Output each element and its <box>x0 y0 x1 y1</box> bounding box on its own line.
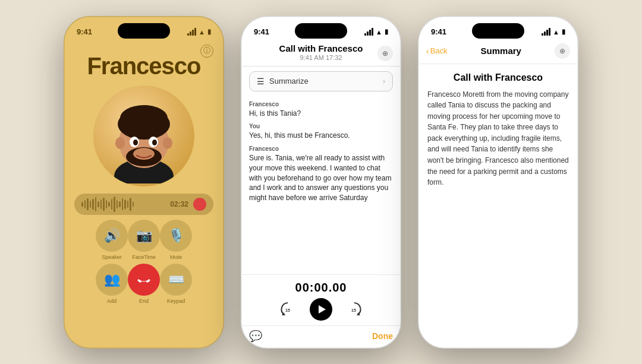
play-icon <box>319 305 326 314</box>
transcript-header: Call with Francesco 9:41 AM 17:32 ⊕ <box>241 42 401 67</box>
mute-button[interactable]: 🎙️ Mute <box>160 220 192 260</box>
wave-bar <box>127 201 129 208</box>
summary-options-button[interactable]: ⊕ <box>555 43 570 59</box>
wave-bar <box>119 201 121 207</box>
phone-summary-screen: 9:41 ▲ ▮ ‹ Back Summary ⊕ Call with Fran… <box>418 16 578 349</box>
battery-icon-summary: ▮ <box>562 28 565 36</box>
record-button[interactable] <box>193 198 206 211</box>
wave-bar <box>133 202 134 207</box>
sb2-s <box>544 31 546 36</box>
done-button[interactable]: Done <box>372 331 393 341</box>
battery-icon-transcript: ▮ <box>385 28 388 36</box>
add-icon-circle: 👥 <box>96 264 128 296</box>
skip-back-button[interactable]: 15 <box>279 300 297 318</box>
skip-forward-button[interactable]: 15 <box>345 300 363 318</box>
end-call-icon <box>128 264 160 296</box>
back-label: Back <box>430 46 448 55</box>
signal-bar-1 <box>187 33 189 36</box>
wave-bar <box>100 200 102 209</box>
sb3 <box>369 30 371 36</box>
wifi-icon-call: ▲ <box>199 29 205 36</box>
svg-point-4 <box>120 105 168 131</box>
mute-label: Mute <box>170 254 182 260</box>
speaker-button[interactable]: 🔊 Speaker <box>96 220 128 260</box>
dynamic-island <box>118 23 170 39</box>
status-icons-summary: ▲ ▮ <box>542 28 565 36</box>
speech-bubble-icon: 💬 <box>249 330 262 343</box>
back-chevron-icon: ‹ <box>426 46 429 56</box>
status-icons-call: ▲ ▮ <box>187 28 211 36</box>
memoji-svg <box>108 88 180 183</box>
svg-point-9 <box>133 140 138 145</box>
speaker-icon-circle: 🔊 <box>96 220 128 252</box>
wave-bar <box>103 198 105 211</box>
signal-bars-summary <box>542 28 550 36</box>
waveform-bar: 02:32 <box>74 194 213 215</box>
signal-bars-transcript <box>364 28 373 36</box>
wave-bar <box>81 202 83 207</box>
status-time-transcript: 9:41 <box>254 27 269 36</box>
playback-controls: 15 15 <box>279 298 363 321</box>
end-call-button[interactable]: End <box>128 264 160 304</box>
sb2 <box>367 31 369 36</box>
wifi-icon-summary: ▲ <box>553 29 559 36</box>
wave-bar <box>108 202 110 207</box>
summary-content: Call with Francesco Francesco Moretti fr… <box>418 64 578 349</box>
skip-back-icon: 15 <box>280 302 295 317</box>
wave-bar <box>114 197 115 212</box>
wifi-icon-transcript: ▲ <box>376 29 382 36</box>
status-time-call: 9:41 <box>77 27 92 36</box>
signal-bar-2 <box>190 31 191 36</box>
mute-icon-circle: 🎙️ <box>160 220 192 252</box>
sb1 <box>364 33 366 36</box>
wave-bar <box>130 198 131 211</box>
transcript-options-button[interactable]: ⊕ <box>377 46 393 61</box>
summary-title: Call with Francesco <box>427 72 569 83</box>
memoji-avatar <box>93 86 194 186</box>
summarize-icon: ☰ <box>257 77 265 86</box>
svg-text:15: 15 <box>285 308 290 312</box>
transcript-title: Call with Francesco <box>265 43 377 53</box>
signal-bars-call <box>187 28 196 36</box>
call-timer: 02:32 <box>170 200 188 208</box>
summary-nav-title: Summary <box>481 46 521 56</box>
dynamic-island-2 <box>295 23 347 39</box>
summarize-left: ☰ Summarize <box>257 77 309 86</box>
transcript-bottom-bar: 💬 Done <box>241 325 401 349</box>
wave-bar <box>124 200 126 209</box>
facetime-button[interactable]: 📷 FaceTime <box>128 220 160 260</box>
svg-point-6 <box>163 137 172 149</box>
back-button[interactable]: ‹ Back <box>426 46 448 56</box>
facetime-label: FaceTime <box>132 254 156 260</box>
wave-bar <box>111 199 113 210</box>
signal-bar-3 <box>192 30 194 36</box>
dynamic-island-3 <box>472 23 524 39</box>
wave-bar <box>117 200 118 208</box>
waveform-visual <box>81 197 165 212</box>
phone-call-screen: 9:41 ▲ ▮ ⓘ Francesco <box>64 16 224 349</box>
add-button[interactable]: 👥 Add <box>96 264 128 304</box>
playback-section: 00:00.00 15 15 <box>241 274 401 325</box>
skip-forward-icon: 15 <box>347 302 362 317</box>
sb4-s <box>549 28 550 36</box>
add-label: Add <box>107 298 117 304</box>
svg-point-5 <box>115 137 125 149</box>
summarize-label: Summarize <box>269 77 309 86</box>
facetime-icon-circle: 📷 <box>128 220 160 252</box>
info-icon[interactable]: ⓘ <box>200 45 213 58</box>
svg-point-10 <box>152 140 157 145</box>
play-button[interactable] <box>310 298 332 321</box>
transcript-body: Francesco Hi, is this Tania? You Yes, hi… <box>241 96 401 274</box>
sb1-s <box>542 33 543 36</box>
wave-bar <box>87 198 89 210</box>
summarize-chevron-icon: › <box>383 77 385 86</box>
summarize-button[interactable]: ☰ Summarize › <box>249 71 393 91</box>
summary-body: Francesco Moretti from the moving compan… <box>427 89 569 188</box>
keypad-label: Keypad <box>167 298 185 304</box>
status-icons-transcript: ▲ ▮ <box>364 28 388 36</box>
transcript-line-1: Hi, is this Tania? <box>249 109 393 119</box>
wave-bar <box>92 199 94 210</box>
phone-end-icon <box>137 273 150 286</box>
transcript-line-2: Yes, hi, this must be Francesco. <box>249 131 393 141</box>
keypad-button[interactable]: ⌨️ Keypad <box>160 264 192 304</box>
